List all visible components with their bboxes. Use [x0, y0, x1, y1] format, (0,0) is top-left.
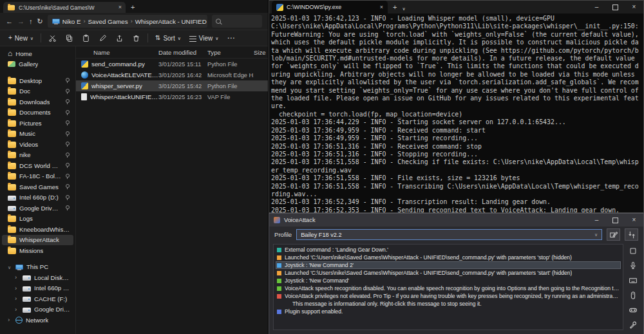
log-bullet [277, 271, 281, 275]
column-date-modified[interactable]: Date modified [158, 49, 207, 56]
log-row-selected[interactable]: Joystick : 'New Command 2' [276, 261, 621, 269]
sidebar-item-pictures[interactable]: Pictures [2, 118, 73, 129]
console-tab[interactable]: C:\WINDOWS\py.exe [272, 1, 388, 14]
file-list-header: Name Date modified Type Size [76, 46, 268, 59]
maximize-button[interactable] [606, 1, 625, 14]
mouse-button[interactable] [627, 290, 639, 301]
console-title-bar[interactable]: C:\WINDOWS\py.exe [269, 1, 643, 14]
sidebar-item-dcs-world-openbeta[interactable]: DCS World OpenBeta [2, 160, 73, 171]
vap-file-icon [81, 93, 87, 100]
close-button[interactable] [625, 1, 643, 14]
log-row[interactable]: VoiceAttack privileges not elevated. Pro… [276, 292, 621, 300]
paste-button[interactable] [79, 33, 93, 44]
sidebar-item-saved-games[interactable]: Saved Games [2, 181, 73, 192]
share-button[interactable] [113, 33, 126, 44]
sidebar-item-gallery[interactable]: Gallery [2, 59, 73, 70]
more-options-button[interactable] [224, 33, 237, 43]
sidebar-item-home[interactable]: Home [2, 48, 73, 59]
profile-select[interactable]: Bailey F18 v2.2 [296, 229, 602, 240]
minimize-button[interactable] [587, 1, 606, 14]
voiceattack-title-bar[interactable]: VoiceAttack [269, 214, 643, 227]
refresh-button[interactable] [37, 18, 43, 25]
rename-button[interactable] [96, 33, 109, 44]
log-bullet [277, 279, 281, 283]
sidebar-item-intel-660p-d-2[interactable]: Intel 660p (D:) [2, 283, 73, 294]
column-type[interactable]: Type [207, 49, 254, 56]
computer-icon [52, 19, 60, 24]
log-row[interactable]: External command : 'Landing Gear Down.' [276, 246, 621, 254]
cut-button[interactable] [46, 33, 59, 44]
sidebar-item-downloads[interactable]: Downloads [2, 97, 73, 107]
new-tab-button[interactable] [393, 4, 397, 11]
sidebar-item-nike[interactable]: nike [2, 150, 73, 161]
file-row[interactable]: WhisperAttackUNIFIED-Profile.vap 3/01/20… [76, 91, 268, 102]
breadcrumb-item-saved-games[interactable]: Saved Games [88, 18, 128, 25]
log-row[interactable]: VoiceAttack speech recognition disabled.… [276, 284, 621, 292]
log-bullet [277, 286, 281, 291]
sidebar-item-fa18c-bold-cheetah[interactable]: FA-18C - Bold Cheetah [2, 171, 73, 182]
copy-button[interactable] [62, 33, 76, 44]
sidebar-item-local-disk-c[interactable]: Local Disk (C:) [2, 272, 73, 283]
folder-icon [8, 78, 16, 84]
minimize-button[interactable] [587, 214, 606, 227]
sidebar-item-cache-f[interactable]: CACHE (F:) [2, 293, 73, 304]
sidebar-item-missions[interactable]: Missions [2, 245, 73, 256]
keyboard-button[interactable] [627, 275, 639, 286]
gamepad-button[interactable] [627, 305, 639, 315]
new-button[interactable]: New [6, 33, 36, 43]
sidebar-item-kneeboardwhisper[interactable]: KneeboardWhisper [2, 224, 73, 235]
column-size[interactable]: Size [254, 49, 268, 56]
tab-close-icon[interactable] [380, 5, 383, 10]
mic-button[interactable] [627, 261, 639, 271]
sidebar-item-intel-660p-d[interactable]: Intel 660p (D:) [2, 192, 73, 203]
file-row[interactable]: VoiceAttackELEVATED.xml 3/01/2025 16:42 … [76, 70, 268, 80]
tab-dropdown-icon[interactable] [402, 2, 405, 12]
column-name[interactable]: Name [76, 49, 158, 56]
back-button[interactable] [6, 18, 13, 25]
stop-button[interactable] [627, 246, 639, 256]
sidebar-item-logs[interactable]: Logs [2, 214, 73, 225]
chevron-down-icon [30, 35, 33, 41]
close-button[interactable] [625, 214, 643, 227]
console-tab-title: C:\WINDOWS\py.exe [287, 4, 377, 10]
forward-button[interactable] [17, 18, 24, 25]
new-tab-button[interactable] [131, 4, 135, 11]
sidebar-item-documents[interactable]: Documents [2, 107, 73, 118]
delete-button[interactable] [129, 33, 143, 44]
file-row[interactable]: send_command.py 3/01/2025 15:11 Python F… [76, 59, 268, 70]
log-row[interactable]: Plugin support enabled. [276, 308, 621, 315]
voiceattack-log: External command : 'Landing Gear Down.' … [273, 244, 623, 330]
up-button[interactable] [29, 18, 33, 25]
sidebar-item-google-drive-g[interactable]: Google Drive (G:) [2, 203, 73, 214]
chevron-right-icon [15, 295, 19, 302]
profile-actions-button[interactable] [625, 228, 638, 241]
tab-close-icon[interactable] [118, 5, 122, 10]
console-line: 2025-01-03 17:36:42,123 - INFO - Loading… [271, 15, 641, 23]
sidebar-item-google-drive-g-2[interactable]: Google Drive (G:) [2, 304, 73, 315]
sidebar-item-network[interactable]: Network [2, 315, 73, 326]
explorer-tab[interactable]: C:\Users\nike\Saved Games\W [3, 2, 126, 13]
log-bullet [277, 294, 281, 299]
log-row[interactable]: Launched 'C:\Users\nike\Saved Games\Whis… [276, 254, 621, 261]
breadcrumb-item-niko-e[interactable]: Niko E [62, 18, 81, 25]
breadcrumb-item-whisperattack-unified[interactable]: WhisperAttack - UNIFIED [135, 18, 207, 25]
view-button[interactable]: View [187, 33, 222, 43]
maximize-button[interactable] [606, 214, 625, 227]
sidebar-item-whisperattack[interactable]: WhisperAttack [2, 235, 73, 246]
file-row-selected[interactable]: whisper_server.py 3/01/2025 15:42 Python… [76, 80, 268, 91]
search-input[interactable] [212, 15, 262, 28]
sidebar-item-this-pc[interactable]: This PC [2, 262, 73, 273]
log-row[interactable]: This message is informational only. Righ… [276, 300, 621, 308]
edit-profile-button[interactable] [607, 228, 620, 241]
wrench-button[interactable] [627, 320, 639, 330]
sidebar-item-videos[interactable]: Videos [2, 139, 73, 150]
console-output[interactable]: 2025-01-03 17:36:42,123 - INFO - Loading… [269, 14, 643, 212]
sort-button[interactable]: Sort [153, 33, 184, 43]
log-row[interactable]: Launched 'C:\Users\nike\Saved Games\Whis… [276, 269, 621, 277]
pencil-icon [99, 34, 107, 42]
sidebar-item-music[interactable]: Music [2, 129, 73, 140]
log-row[interactable]: Joystick : 'New Command' [276, 277, 621, 284]
sidebar-item-desktop[interactable]: Desktop [2, 75, 73, 86]
sidebar-item-doc[interactable]: Doc [2, 86, 73, 97]
console-line: 2025-01-03 17:36:52,353 - INFO - Sending… [271, 207, 641, 212]
